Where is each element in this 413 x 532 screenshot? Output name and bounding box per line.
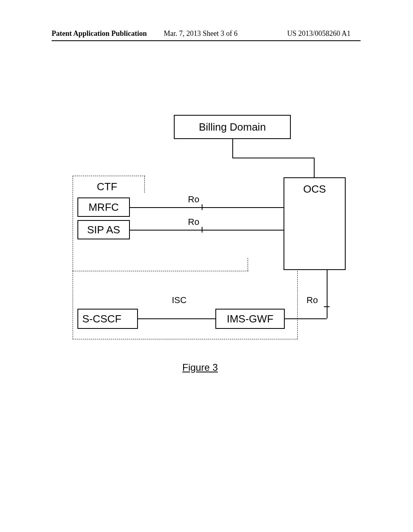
- connector-billing-ocs: [314, 158, 315, 177]
- figure-caption: Figure 3: [182, 363, 218, 372]
- lower-group-border: [73, 271, 298, 339]
- ctf-group-border: [73, 176, 73, 271]
- box-ims-gwf: IMS-GWF: [215, 309, 285, 329]
- tick-ro-mrfc: [202, 204, 202, 210]
- page-root: Patent Application Publication Mar. 7, 2…: [0, 0, 413, 532]
- label-ims-gwf: IMS-GWF: [227, 314, 273, 324]
- label-ro-imsgwf: Ro: [307, 296, 318, 305]
- connector-mrfc-ocs: [130, 207, 284, 208]
- label-sip-as: SIP AS: [87, 224, 120, 235]
- ctf-group-border: [73, 176, 145, 176]
- tick-ro-sipas: [202, 227, 202, 233]
- label-ctf: CTF: [97, 181, 117, 192]
- label-ro-sipas: Ro: [188, 218, 199, 227]
- connector-sipas-ocs: [130, 230, 284, 231]
- box-sip-as: SIP AS: [77, 220, 130, 239]
- ctf-group-border: [144, 176, 145, 193]
- label-isc: ISC: [172, 296, 187, 305]
- label-ro-mrfc: Ro: [188, 195, 199, 204]
- connector-billing-ocs: [232, 139, 233, 158]
- connector-billing-ocs: [232, 158, 314, 158]
- box-ocs: OCS: [284, 177, 346, 270]
- diagram-canvas: Billing Domain CTF MRFC SIP AS OCS S-CSC…: [0, 0, 413, 532]
- label-ocs: OCS: [303, 184, 326, 194]
- box-s-cscf: S-CSCF: [77, 309, 138, 329]
- tick-ro-imsgwf: [324, 306, 330, 307]
- label-s-cscf: S-CSCF: [82, 314, 121, 324]
- box-billing-domain: Billing Domain: [174, 115, 291, 139]
- label-mrfc: MRFC: [88, 202, 119, 212]
- label-billing-domain: Billing Domain: [199, 122, 266, 132]
- ctf-group-border: [248, 258, 248, 271]
- connector-imsgwf-ocs: [327, 270, 327, 318]
- box-mrfc: MRFC: [77, 197, 130, 217]
